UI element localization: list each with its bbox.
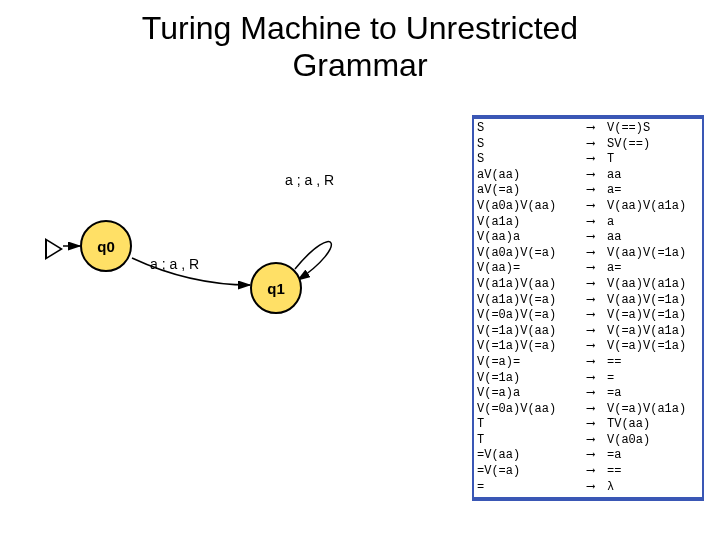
- arrow-icon: ⟶: [587, 433, 607, 449]
- rule-row: V(a1a)⟶a: [474, 215, 702, 231]
- rule-lhs: aV(aa): [477, 168, 587, 184]
- arrow-icon: ⟶: [587, 448, 607, 464]
- arrow-icon: ⟶: [587, 417, 607, 433]
- rule-row: S⟶T: [474, 152, 702, 168]
- arrow-icon: ⟶: [587, 480, 607, 496]
- rule-lhs: V(=0a)V(=a): [477, 308, 587, 324]
- rule-rhs: V(=a)V(a1a): [607, 402, 699, 418]
- rule-lhs: V(a1a)V(=a): [477, 293, 587, 309]
- rule-lhs: =V(=a): [477, 464, 587, 480]
- rule-lhs: V(=1a): [477, 371, 587, 387]
- state-q1: q1: [250, 262, 302, 314]
- rule-rhs: =a: [607, 386, 699, 402]
- rule-rhs: V(aa)V(a1a): [607, 199, 699, 215]
- rules-bottom-border: [474, 497, 702, 501]
- title-line-1: Turing Machine to Unrestricted: [142, 10, 578, 46]
- state-q0: q0: [80, 220, 132, 272]
- rule-rhs: a: [607, 215, 699, 231]
- arrow-icon: ⟶: [587, 230, 607, 246]
- rule-lhs: T: [477, 433, 587, 449]
- rule-rhs: ==: [607, 355, 699, 371]
- rule-rhs: V(aa)V(=1a): [607, 246, 699, 262]
- title-line-2: Grammar: [292, 47, 427, 83]
- rule-row: aV(=a)⟶a=: [474, 183, 702, 199]
- rule-rhs: =a: [607, 448, 699, 464]
- rule-lhs: V(=a)a: [477, 386, 587, 402]
- arrow-icon: ⟶: [587, 261, 607, 277]
- rule-rhs: V(=a)V(a1a): [607, 324, 699, 340]
- rule-rhs: λ: [607, 480, 699, 496]
- rule-lhs: V(=1a)V(aa): [477, 324, 587, 340]
- rule-rhs: ==: [607, 464, 699, 480]
- rule-lhs: S: [477, 152, 587, 168]
- rule-rhs: TV(aa): [607, 417, 699, 433]
- rule-row: S⟶V(==)S: [474, 121, 702, 137]
- state-q0-label: q0: [97, 238, 115, 255]
- rule-lhs: V(a1a): [477, 215, 587, 231]
- rule-row: V(a0a)V(=a)⟶V(aa)V(=1a): [474, 246, 702, 262]
- rule-rhs: T: [607, 152, 699, 168]
- arrow-icon: ⟶: [587, 464, 607, 480]
- rule-rhs: aa: [607, 168, 699, 184]
- rules-body: S⟶V(==)SS⟶SV(==)S⟶TaV(aa)⟶aaaV(=a)⟶a=V(a…: [474, 119, 702, 497]
- rule-lhs: aV(=a): [477, 183, 587, 199]
- rule-rhs: =: [607, 371, 699, 387]
- arrow-icon: ⟶: [587, 339, 607, 355]
- rule-lhs: V(aa)=: [477, 261, 587, 277]
- rule-row: V(=0a)V(aa)⟶V(=a)V(a1a): [474, 402, 702, 418]
- rule-row: V(=1a)⟶=: [474, 371, 702, 387]
- rule-row: V(a1a)V(=a)⟶V(aa)V(=1a): [474, 293, 702, 309]
- rule-row: V(aa)a⟶aa: [474, 230, 702, 246]
- rule-row: V(=0a)V(=a)⟶V(=a)V(=1a): [474, 308, 702, 324]
- rule-lhs: V(a0a)V(aa): [477, 199, 587, 215]
- arrow-icon: ⟶: [587, 386, 607, 402]
- rule-lhs: V(a0a)V(=a): [477, 246, 587, 262]
- arrow-icon: ⟶: [587, 183, 607, 199]
- rule-row: =V(aa)⟶=a: [474, 448, 702, 464]
- rule-rhs: V(aa)V(=1a): [607, 293, 699, 309]
- rule-row: V(=1a)V(aa)⟶V(=a)V(a1a): [474, 324, 702, 340]
- rule-row: =⟶λ: [474, 480, 702, 496]
- rule-lhs: S: [477, 137, 587, 153]
- rule-lhs: =V(aa): [477, 448, 587, 464]
- rule-lhs: V(=a)=: [477, 355, 587, 371]
- rule-lhs: S: [477, 121, 587, 137]
- rule-lhs: V(aa)a: [477, 230, 587, 246]
- rule-row: =V(=a)⟶==: [474, 464, 702, 480]
- rule-row: aV(aa)⟶aa: [474, 168, 702, 184]
- state-diagram: q0 q1 a ; a , R a ; a , R: [40, 150, 440, 330]
- rule-rhs: V(=a)V(=1a): [607, 339, 699, 355]
- edge-label-loop: a ; a , R: [285, 172, 334, 188]
- rule-lhs: V(=1a)V(=a): [477, 339, 587, 355]
- rule-row: V(aa)=⟶a=: [474, 261, 702, 277]
- rule-row: T⟶TV(aa): [474, 417, 702, 433]
- rule-lhs: T: [477, 417, 587, 433]
- rule-lhs: V(a1a)V(aa): [477, 277, 587, 293]
- rule-row: T⟶V(a0a): [474, 433, 702, 449]
- rule-lhs: V(=0a)V(aa): [477, 402, 587, 418]
- rule-lhs: =: [477, 480, 587, 496]
- arrow-icon: ⟶: [587, 371, 607, 387]
- arrow-icon: ⟶: [587, 308, 607, 324]
- arrow-icon: ⟶: [587, 137, 607, 153]
- rule-row: S⟶SV(==): [474, 137, 702, 153]
- rule-rhs: a=: [607, 261, 699, 277]
- rule-rhs: V(aa)V(a1a): [607, 277, 699, 293]
- rule-rhs: V(=a)V(=1a): [607, 308, 699, 324]
- edge-label-q0q1: a ; a , R: [150, 256, 199, 272]
- arrow-icon: ⟶: [587, 324, 607, 340]
- rule-rhs: SV(==): [607, 137, 699, 153]
- arrow-icon: ⟶: [587, 152, 607, 168]
- arrow-icon: ⟶: [587, 402, 607, 418]
- rule-row: V(a1a)V(aa)⟶V(aa)V(a1a): [474, 277, 702, 293]
- rule-row: V(=a)a⟶=a: [474, 386, 702, 402]
- arrow-icon: ⟶: [587, 355, 607, 371]
- title: Turing Machine to Unrestricted Grammar: [0, 10, 720, 84]
- grammar-rules-panel: S⟶V(==)SS⟶SV(==)S⟶TaV(aa)⟶aaaV(=a)⟶a=V(a…: [472, 115, 704, 501]
- arrow-icon: ⟶: [587, 246, 607, 262]
- arrow-icon: ⟶: [587, 215, 607, 231]
- rule-row: V(=1a)V(=a)⟶V(=a)V(=1a): [474, 339, 702, 355]
- arrow-icon: ⟶: [587, 293, 607, 309]
- state-q1-label: q1: [267, 280, 285, 297]
- arrow-icon: ⟶: [587, 168, 607, 184]
